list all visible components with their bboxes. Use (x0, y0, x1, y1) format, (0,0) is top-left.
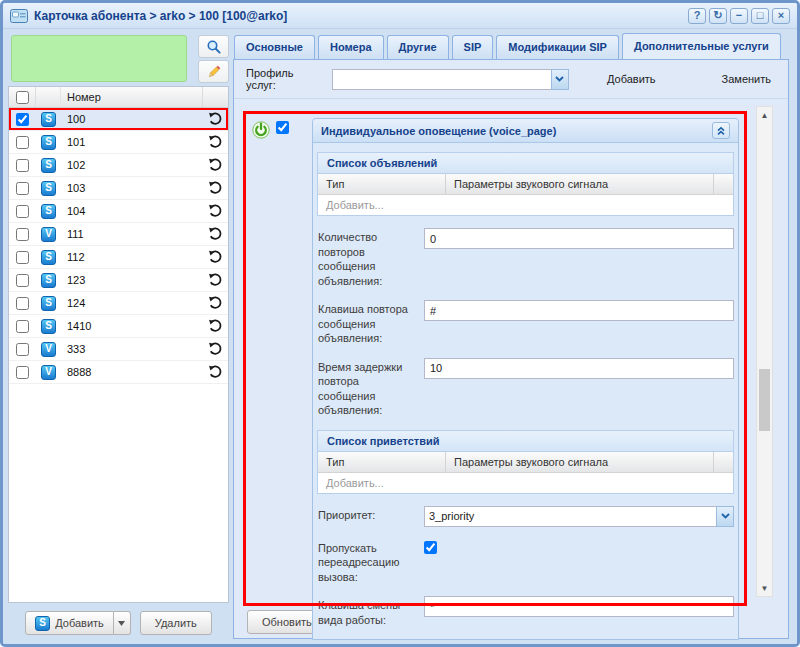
subscriber-checkbox[interactable] (16, 136, 29, 149)
subscriber-checkbox[interactable] (16, 182, 29, 195)
subscriber-row[interactable]: S 100 (9, 108, 228, 131)
subscriber-row[interactable]: S 103 (9, 177, 228, 200)
priority-combobox (424, 506, 734, 527)
scroll-up-arrow[interactable]: ▲ (757, 107, 772, 123)
subscriber-row[interactable]: S 124 (9, 292, 228, 315)
tab-sip[interactable]: SIP (452, 35, 494, 59)
window-body: Номер S 100 S 101 S 102 (3, 29, 797, 644)
announcements-add-row[interactable]: Добавить... (318, 195, 733, 215)
subscriber-row[interactable]: S 101 (9, 131, 228, 154)
subscriber-checkbox[interactable] (16, 251, 29, 264)
subscriber-number: 101 (61, 136, 202, 148)
repeat-delay-input[interactable] (424, 358, 734, 379)
tab-bar: Основные Номера Другие SIP Модификации S… (233, 33, 789, 59)
history-icon[interactable] (208, 250, 222, 264)
skip-forwarding-checkbox[interactable] (424, 541, 437, 554)
subscribers-grid: Номер S 100 S 101 S 102 (8, 86, 229, 603)
subscriber-type-icon: S (41, 181, 56, 196)
subscriber-number: 8888 (61, 366, 202, 378)
greetings-section: Список приветствий Тип Параметры звуково… (317, 430, 734, 494)
subscriber-type-icon: S (41, 319, 56, 334)
subscriber-checkbox[interactable] (16, 274, 29, 287)
history-icon[interactable] (208, 273, 222, 287)
history-icon[interactable] (208, 296, 222, 310)
minimize-button[interactable]: − (730, 8, 748, 24)
profile-combo-input[interactable] (332, 69, 551, 90)
greetings-section-title: Список приветствий (318, 431, 733, 452)
subscriber-checkbox[interactable] (16, 343, 29, 356)
maximize-button[interactable]: □ (751, 8, 769, 24)
refresh-window-button[interactable]: ↻ (709, 8, 727, 24)
select-all-checkbox[interactable] (16, 91, 29, 104)
profile-add-button[interactable]: Добавить (602, 70, 661, 88)
tab-additional-services[interactable]: Дополнительные услуги (622, 33, 781, 59)
close-button[interactable]: × (772, 8, 790, 24)
repeat-key-input[interactable] (424, 300, 734, 321)
history-icon[interactable] (208, 181, 222, 195)
subscriber-checkbox[interactable] (16, 366, 29, 379)
help-button[interactable]: ? (688, 8, 706, 24)
collapse-panel-button[interactable] (712, 122, 730, 139)
repeat-count-input[interactable] (424, 228, 734, 249)
history-icon[interactable] (208, 158, 222, 172)
subscriber-checkbox[interactable] (16, 159, 29, 172)
type-column-header (36, 87, 61, 107)
voice-page-panel-header[interactable]: Индивидуальное оповещение (voice_page) (313, 119, 738, 143)
subscriber-type-icon: V (41, 227, 56, 242)
service-state-controls (249, 118, 312, 640)
subscriber-number: 124 (61, 297, 202, 309)
chevron-down-icon (721, 513, 730, 519)
subscriber-checkbox[interactable] (16, 113, 29, 126)
subscriber-row[interactable]: S 112 (9, 246, 228, 269)
quick-search-box[interactable] (11, 35, 187, 82)
subscriber-checkbox[interactable] (16, 205, 29, 218)
add-subscriber-menu-button[interactable] (114, 611, 131, 635)
col-type: Тип (318, 452, 446, 472)
history-icon[interactable] (208, 365, 222, 379)
search-button[interactable] (198, 35, 229, 58)
delete-subscriber-button[interactable]: Удалить (140, 611, 212, 635)
subscriber-row[interactable]: V 8888 (9, 361, 228, 384)
subscriber-number: 112 (61, 251, 202, 263)
subscriber-row[interactable]: V 333 (9, 338, 228, 361)
announcements-section: Список объявлений Тип Параметры звуковог… (317, 152, 734, 216)
col-empty (713, 174, 733, 194)
scroll-down-arrow[interactable]: ▼ (757, 580, 772, 596)
profile-replace-button[interactable]: Заменить (717, 70, 776, 88)
subscriber-checkbox[interactable] (16, 320, 29, 333)
col-type: Тип (318, 174, 446, 194)
voice-page-service-row: Индивидуальное оповещение (voice_page) (249, 118, 739, 640)
add-subscriber-button[interactable]: S Добавить (25, 611, 114, 635)
col-empty (713, 452, 733, 472)
subscriber-checkbox[interactable] (16, 297, 29, 310)
subscriber-row[interactable]: S 123 (9, 269, 228, 292)
priority-combo-trigger[interactable] (716, 506, 734, 527)
subscriber-checkbox[interactable] (16, 228, 29, 241)
vertical-scrollbar[interactable]: ▲ ▼ (756, 106, 773, 597)
subscriber-row[interactable]: V 111 (9, 223, 228, 246)
subscribers-panel: Номер S 100 S 101 S 102 (8, 33, 229, 639)
history-icon[interactable] (208, 112, 222, 126)
greetings-add-row[interactable]: Добавить... (318, 473, 733, 493)
history-icon[interactable] (208, 342, 222, 356)
subscriber-row[interactable]: S 102 (9, 154, 228, 177)
subscriber-number: 103 (61, 182, 202, 194)
profile-combo-trigger[interactable] (551, 69, 569, 90)
priority-combo-input[interactable] (424, 506, 716, 527)
tab-sip-modifications[interactable]: Модификации SIP (496, 35, 619, 59)
history-icon[interactable] (208, 319, 222, 333)
pencil-icon (206, 64, 222, 80)
history-icon[interactable] (208, 135, 222, 149)
work-mode-key-input[interactable] (424, 596, 734, 617)
scroll-thumb[interactable] (759, 369, 770, 431)
subscriber-row[interactable]: S 104 (9, 200, 228, 223)
tab-basic[interactable]: Основные (234, 35, 315, 59)
tab-numbers[interactable]: Номера (318, 35, 384, 59)
edit-button[interactable] (198, 60, 229, 83)
tab-other[interactable]: Другие (387, 35, 449, 59)
service-enabled-checkbox[interactable] (276, 121, 289, 134)
subscriber-row[interactable]: S 1410 (9, 315, 228, 338)
priority-label: Приоритет: (318, 506, 419, 527)
history-icon[interactable] (208, 204, 222, 218)
history-icon[interactable] (208, 227, 222, 241)
